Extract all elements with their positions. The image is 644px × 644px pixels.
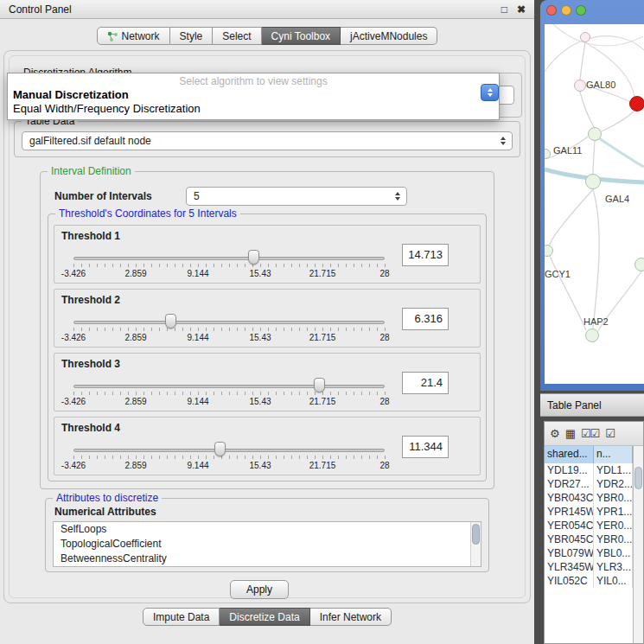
slider-thumb[interactable]	[314, 378, 325, 392]
tab-style[interactable]: Style	[170, 27, 214, 45]
scale-label: 28	[379, 397, 389, 406]
table-row[interactable]: YPR145WYPR1...	[545, 505, 633, 519]
scale-label: 2.859	[124, 397, 146, 406]
table-body: YDL19...YDL1...YDR27...YDR2...YBR043CYBR…	[545, 463, 633, 643]
table-cell[interactable]: YDL1...	[594, 463, 633, 477]
table-scrollbar[interactable]	[633, 446, 643, 643]
table-cell[interactable]: YPR1...	[594, 505, 633, 519]
slider-track[interactable]	[73, 321, 385, 324]
table-cell[interactable]: YBL079W	[545, 546, 594, 560]
threshold-slider[interactable]: -3.4262.8599.14415.4321.71528	[73, 374, 386, 411]
column-header-shared-name[interactable]: shared...	[545, 446, 594, 463]
table-row[interactable]: YDR27...YDR2...	[545, 477, 633, 491]
table-cell[interactable]: YBR0...	[594, 532, 633, 546]
table-cell[interactable]: YBR0...	[594, 491, 633, 505]
attributes-list[interactable]: SelfLoopsTopologicalCoefficientBetweenne…	[53, 521, 481, 567]
slider-track[interactable]	[73, 257, 385, 260]
tab-cyni-toolbox[interactable]: Cyni Toolbox	[262, 27, 341, 45]
scale-label: 28	[379, 461, 389, 470]
scale-label: -3.426	[61, 461, 86, 470]
table-cell[interactable]: YLR345W	[545, 560, 594, 574]
node-table: ⚙▦☑☑☑ shared... n... YDL19...YDL1...YDR2…	[544, 421, 644, 644]
network-node[interactable]	[588, 127, 602, 141]
tab-discretize-data[interactable]: Discretize Data	[220, 608, 309, 626]
table-cell[interactable]: YBR043C	[545, 491, 594, 505]
table-cell[interactable]: YIL0...	[594, 574, 633, 588]
scale-label: 9.144	[187, 397, 208, 406]
table-cell[interactable]: YDR2...	[594, 477, 633, 491]
minimize-button[interactable]	[561, 5, 571, 16]
network-canvas[interactable]: GAL80GAL11GAL4GCY1HAP2	[545, 24, 644, 384]
slider-ticks	[73, 392, 386, 395]
network-node[interactable]	[585, 174, 601, 189]
tab-network[interactable]: Network	[97, 27, 170, 45]
threshold-slider[interactable]: -3.4262.8599.14415.4321.71528	[73, 310, 386, 347]
table-cell[interactable]: YER054C	[545, 519, 594, 532]
close-button[interactable]	[546, 5, 557, 16]
network-node[interactable]	[629, 96, 644, 112]
algorithm-option-equal-width-frequency-discretization[interactable]: Equal Width/Frequency Discretization	[8, 102, 499, 116]
table-cell[interactable]: YBR045C	[545, 532, 594, 546]
settings-gear-icon[interactable]: ⚙	[550, 427, 559, 440]
table-row[interactable]: YDL19...YDL1...	[545, 463, 633, 477]
threshold-slider[interactable]: -3.4262.8599.14415.4321.71528	[73, 246, 386, 283]
network-node[interactable]	[580, 32, 590, 42]
table-row[interactable]: YBR043CYBR0...	[545, 491, 633, 505]
slider-track[interactable]	[73, 385, 385, 388]
apply-button[interactable]: Apply	[230, 580, 289, 599]
attribute-item-betweennesscentrality[interactable]: BetweennessCentrality	[54, 552, 481, 566]
show-all-columns-icon[interactable]: ☑☑	[581, 427, 599, 440]
selected-rows-icon[interactable]: ☑	[605, 427, 615, 440]
tab-label: Select	[222, 30, 251, 42]
table-row[interactable]: YBL079WYBL0...	[545, 546, 633, 560]
threshold-slider[interactable]: -3.4262.8599.14415.4321.71528	[73, 438, 386, 475]
tab-jactivemnodules[interactable]: jActiveMNodules	[341, 27, 437, 45]
network-node[interactable]	[574, 80, 586, 92]
slider-scale: -3.4262.8599.14415.4321.71528	[73, 461, 385, 471]
group-title: Interval Definition	[48, 165, 135, 177]
threshold-value-field[interactable]: 11.344	[402, 436, 449, 458]
tab-infer-network[interactable]: Infer Network	[310, 608, 392, 626]
tab-impute-data[interactable]: Impute Data	[143, 608, 220, 626]
tab-select[interactable]: Select	[213, 27, 261, 45]
network-node[interactable]	[585, 328, 599, 342]
table-row[interactable]: YER054CYER0...	[545, 519, 633, 532]
combo-stepper-button[interactable]	[481, 84, 499, 101]
table-cell[interactable]: YDR27...	[545, 477, 594, 491]
table-cell[interactable]: YBL0...	[594, 546, 633, 560]
slider-thumb[interactable]	[214, 442, 226, 456]
scale-label: 2.859	[124, 269, 146, 278]
combo-stepper-icon	[488, 88, 493, 97]
table-row[interactable]: YLR345WYLR3...	[545, 560, 633, 574]
scale-label: -3.426	[61, 269, 86, 278]
threshold-value-field[interactable]: 14.713	[402, 244, 449, 266]
table-row[interactable]: YBR045CYBR0...	[545, 532, 633, 546]
slider-thumb[interactable]	[248, 250, 259, 265]
column-chooser-icon[interactable]: ▦	[565, 427, 575, 440]
table-cell[interactable]: YIL052C	[545, 574, 594, 588]
zoom-button[interactable]	[576, 5, 586, 16]
table-cell[interactable]: YDL19...	[545, 463, 594, 477]
threshold-value-field[interactable]: 6.316	[402, 308, 449, 330]
table-cell[interactable]: YER0...	[594, 519, 633, 532]
attribute-item-topologicalcoefficient[interactable]: TopologicalCoefficient	[54, 537, 481, 552]
algorithm-option-manual-discretization[interactable]: Manual Discretization	[8, 88, 499, 102]
table-data-combo[interactable]: galFiltered.sif default node	[22, 131, 513, 150]
list-scrollbar[interactable]	[470, 522, 481, 566]
table-cell[interactable]: YPR145W	[545, 505, 594, 519]
slider-track[interactable]	[73, 449, 385, 452]
float-window-icon[interactable]: □	[501, 4, 507, 15]
attribute-item-selfloops[interactable]: SelfLoops	[54, 522, 481, 537]
column-header-name[interactable]: n...	[594, 446, 633, 463]
slider-thumb[interactable]	[165, 314, 176, 328]
scrollbar-thumb[interactable]	[634, 467, 642, 489]
threshold-label: Threshold 2	[61, 294, 120, 306]
scrollbar-thumb[interactable]	[472, 524, 480, 545]
table-cell[interactable]: YLR3...	[594, 560, 633, 574]
table-row[interactable]: YIL052CYIL0...	[545, 574, 633, 588]
close-icon[interactable]: ✖	[517, 4, 526, 15]
threshold-value-field[interactable]: 21.4	[402, 372, 449, 394]
num-intervals-combo[interactable]: 5	[186, 187, 407, 206]
network-node[interactable]	[634, 258, 644, 271]
scale-label: -3.426	[61, 333, 86, 342]
